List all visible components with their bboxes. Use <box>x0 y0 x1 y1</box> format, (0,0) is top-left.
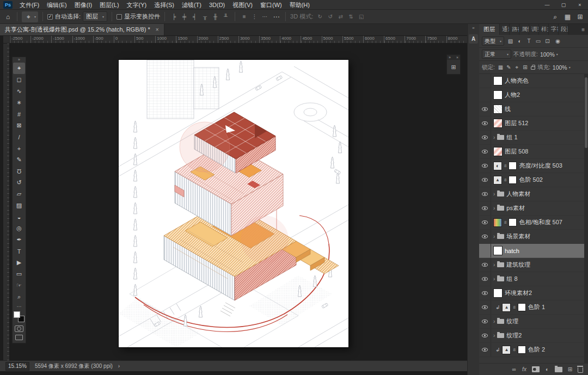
visibility-toggle[interactable] <box>479 187 491 201</box>
home-icon[interactable]: ⌂ <box>3 12 13 22</box>
layer-row[interactable]: ↳ › 8 人物2 <box>479 88 588 102</box>
layer-thumbnail[interactable] <box>493 90 503 100</box>
visibility-toggle[interactable] <box>479 286 491 300</box>
menu-file[interactable]: 文件(F) <box>16 0 43 10</box>
visibility-toggle[interactable] <box>479 343 491 356</box>
character-panel-icon[interactable]: A <box>469 34 478 44</box>
new-group-icon[interactable] <box>555 367 562 372</box>
quick-mask-button[interactable] <box>15 325 23 332</box>
eraser-tool[interactable]: ▱ <box>13 188 25 200</box>
visibility-toggle[interactable] <box>479 201 491 215</box>
filter-toggle-icon[interactable]: ◉ <box>554 37 562 46</box>
new-layer-icon[interactable]: ⊞ <box>567 366 573 372</box>
orbit-3d-icon[interactable]: ↻ <box>315 12 324 22</box>
layer-thumbnail[interactable] <box>493 147 503 156</box>
close-panel-icon[interactable]: × <box>456 56 458 59</box>
lock-transparent-icon[interactable]: ▦ <box>497 63 504 72</box>
group-expander-icon[interactable]: › <box>493 276 495 282</box>
layer-row[interactable]: ↳ › 8 色阶 1 <box>479 300 588 315</box>
visibility-toggle[interactable] <box>479 315 491 328</box>
visibility-toggle[interactable] <box>479 145 491 158</box>
scrollbar-thumb[interactable] <box>585 77 587 148</box>
tab-paragraph[interactable]: 段落 <box>559 24 568 35</box>
document-tab[interactable]: 共享公寓-剖透视爆炸图.psd @ 15.2% (hatch, RGB/8) *… <box>0 24 164 35</box>
layer-row[interactable]: ↳ › 8 线 <box>479 102 588 116</box>
menu-type[interactable]: 文字(Y) <box>123 0 151 10</box>
layer-row[interactable]: ↳ › 8 纹理 <box>479 315 588 329</box>
auto-select-target-select[interactable]: 图层 ▾ <box>83 11 107 22</box>
visibility-toggle[interactable] <box>479 88 491 102</box>
layer-row[interactable]: ↳ › 8 色相/饱和度 507 <box>479 216 588 230</box>
panel-menu-icon[interactable]: ≡ <box>578 24 588 35</box>
tab-channels[interactable]: 通道 <box>500 24 510 35</box>
group-expander-icon[interactable]: › <box>493 318 495 324</box>
foreground-color-swatch[interactable] <box>14 311 20 318</box>
frame-tool[interactable]: ⊠ <box>13 120 25 131</box>
tab-adjustments[interactable]: 调整 <box>529 24 539 35</box>
roll-3d-icon[interactable]: ↺ <box>326 12 335 22</box>
adjustment-layer-icon[interactable]: ◐ <box>544 366 550 372</box>
distribute-spacing-icon[interactable]: ⋯ <box>260 12 270 22</box>
color-swatches[interactable] <box>13 311 25 323</box>
path-select-tool[interactable]: ▶ <box>13 257 25 268</box>
distribute-horizontal-icon[interactable]: ⋮ <box>250 12 259 22</box>
layer-row[interactable]: ↳ › 8 环境素材2 <box>479 286 588 300</box>
crop-tool[interactable]: # <box>13 108 25 120</box>
blur-tool[interactable]: ◒ <box>13 211 25 223</box>
auto-select-checkbox[interactable]: ✓ <box>47 14 53 20</box>
align-right-icon[interactable]: ╡ <box>190 12 199 22</box>
group-expander-icon[interactable]: › <box>493 333 495 339</box>
workspace-icon[interactable]: ▦ <box>563 12 572 22</box>
visibility-toggle[interactable] <box>479 131 491 144</box>
visibility-toggle[interactable] <box>479 216 491 229</box>
visibility-toggle[interactable] <box>479 329 491 342</box>
slide-3d-icon[interactable]: ⇅ <box>346 12 356 22</box>
menu-help[interactable]: 帮助(H) <box>286 0 314 10</box>
layer-row[interactable]: ↳ › 8 纹理2 <box>479 329 588 343</box>
opacity-field[interactable]: 100% ▾ <box>540 51 558 58</box>
scale-3d-icon[interactable]: ◱ <box>357 12 366 22</box>
shape-tool[interactable]: ▭ <box>13 268 25 280</box>
current-tool-button[interactable]: ⌖ ▾ <box>22 11 38 22</box>
marquee-tool[interactable]: ◻ <box>13 74 25 85</box>
layer-style-icon[interactable]: fx <box>522 366 527 372</box>
dodge-tool[interactable]: ◎ <box>13 223 25 234</box>
adjustment-icon[interactable] <box>493 162 502 170</box>
lasso-tool[interactable]: ∿ <box>13 85 25 97</box>
tab-properties[interactable]: 属性 <box>519 24 529 35</box>
align-middle-icon[interactable]: ╫ <box>211 12 220 22</box>
document-canvas[interactable] <box>119 60 348 347</box>
brush-tool[interactable]: ✎ <box>13 154 25 165</box>
vertical-ruler[interactable] <box>3 44 10 360</box>
arrange-icon[interactable]: ⊞ <box>575 12 585 22</box>
panel-scrollbar[interactable] <box>584 74 588 363</box>
layer-thumbnail[interactable] <box>493 288 503 298</box>
menu-edit[interactable]: 编辑(E) <box>43 0 71 10</box>
filter-adjustment-icon[interactable]: ◐ <box>516 37 524 46</box>
horizontal-ruler[interactable]: -2500-2000-1500-1000-5000500100015002000… <box>10 36 467 44</box>
tab-paths[interactable]: 路径 <box>510 24 519 35</box>
type-tool[interactable]: T <box>13 245 25 257</box>
visibility-toggle[interactable] <box>479 159 491 173</box>
layer-row[interactable]: ↳ › 8 hatch <box>479 244 588 258</box>
group-expander-icon[interactable]: › <box>493 191 495 197</box>
lock-all-icon[interactable] <box>531 66 535 70</box>
zoom-tool[interactable]: ⌕ <box>13 291 25 303</box>
adjustment-icon[interactable] <box>502 303 511 312</box>
adjustment-icon[interactable] <box>502 346 511 354</box>
restore-button[interactable]: ▢ <box>555 0 572 9</box>
lock-artboard-icon[interactable]: ⊞ <box>522 63 529 72</box>
layer-row[interactable]: ↳ › 8 人物素材 <box>479 187 588 201</box>
close-tab-icon[interactable]: × <box>156 27 159 33</box>
mask-thumbnail[interactable] <box>518 303 526 311</box>
adjustment-icon[interactable] <box>493 218 502 227</box>
layer-row[interactable]: ↳ › 8 色阶 2 <box>479 343 588 357</box>
align-left-icon[interactable]: ╞ <box>169 12 179 22</box>
delete-layer-icon[interactable] <box>578 367 583 373</box>
align-center-icon[interactable]: ╪ <box>180 12 189 22</box>
fill-field[interactable]: 100% ▾ <box>553 64 571 71</box>
layer-row[interactable]: ↳ › 8 组 8 <box>479 272 588 286</box>
magic-wand-tool[interactable]: ∗ <box>13 97 25 108</box>
visibility-toggle[interactable] <box>479 244 491 257</box>
history-brush-tool[interactable]: ↺ <box>13 177 25 188</box>
